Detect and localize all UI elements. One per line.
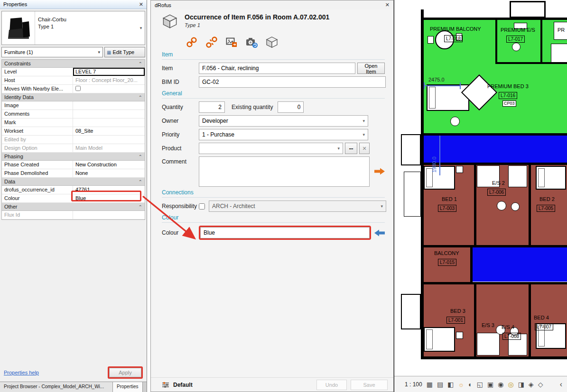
responsibility-label: Responsibility [162,203,199,210]
drofus-titlebar[interactable]: dRofus ✕ [151,0,393,9]
shadows-icon[interactable]: ◐ [468,381,472,388]
room-tag[interactable]: L7-015 [438,259,456,266]
visual-style-icon[interactable]: ◧ [447,381,454,388]
scale-button[interactable]: 1 : 100 [405,381,422,388]
type-selector[interactable]: Chair-Corbu Type 1 ▾ [1,11,145,45]
prop-value-mark[interactable] [73,119,145,127]
worksharing-icon[interactable]: ▦ [427,381,433,388]
item-input[interactable] [199,63,355,74]
prop-value-phase-created[interactable]: New Construction [73,161,145,169]
displacement-icon[interactable]: ◇ [538,381,543,388]
unlink-button[interactable] [205,36,218,48]
room-tag[interactable]: L7-016 [499,92,517,99]
chevron-down-icon[interactable]: ▾ [137,11,145,45]
priority-select[interactable]: 1 - Purchase ▾ [199,129,368,140]
reveal-hidden-icon[interactable]: ◎ [508,381,513,388]
room-name[interactable]: PREMIUM BALCONY [430,26,481,32]
group-header-constraints[interactable]: Constraints ⌃ [2,60,145,68]
save-button[interactable]: Save [351,380,388,390]
link-button[interactable] [186,36,198,48]
room-name[interactable]: BED 3 [450,308,465,314]
close-icon[interactable]: ✕ [385,2,390,8]
temporary-view-properties-icon[interactable]: ◨ [518,381,524,388]
element-filter-select[interactable]: Furniture (1) ▾ [1,47,103,57]
room-badge[interactable]: CP03 [502,100,516,107]
chevron-down-icon: ▾ [363,119,365,123]
room-name[interactable]: E/S 2 [492,180,505,186]
prop-value-workset[interactable]: 08_Site [73,127,145,135]
owner-select[interactable]: Developer ▾ [199,115,368,127]
properties-titlebar[interactable]: Properties ✕ [0,0,147,9]
edit-type-button[interactable]: ▦ Edit Type [104,47,145,57]
room-tag[interactable]: L7-018 [444,35,463,42]
corridor-fill[interactable] [424,136,567,163]
room-tag[interactable]: L7-005 [537,205,555,212]
room-name[interactable]: E/S 4 [502,324,514,330]
room-tag[interactable]: L7-007 [535,323,553,330]
collapse-icon[interactable]: ⌃ [139,154,142,159]
prop-value-level[interactable]: LEVEL 7 [73,68,145,76]
room-name[interactable]: BED 4 [534,315,549,320]
existing-quantity-input[interactable] [278,101,304,113]
product-clear-button[interactable]: ✕ [359,143,370,154]
room-tag[interactable]: L7-001 [446,317,465,324]
void-fill-blue[interactable] [473,247,567,282]
room-name[interactable]: BED 2 [539,196,555,202]
room-name[interactable]: PREMIUM BED 3 [487,83,529,89]
camera-sync-button[interactable] [245,36,258,48]
dimension-vertical[interactable]: 1980.0 [431,138,437,173]
chair-symbol [428,36,434,44]
collapse-icon[interactable]: ⌃ [139,61,142,66]
colour-input[interactable] [200,227,370,238]
quantity-input[interactable] [199,101,225,113]
prop-value-phase-demolished[interactable]: None [73,169,145,177]
responsibility-checkbox[interactable] [199,203,205,210]
detail-level-icon[interactable]: ▤ [437,381,443,388]
collapse-arrow-icon[interactable]: ‹ [560,380,562,389]
undo-button[interactable]: Undo [316,380,347,390]
group-header-phasing[interactable]: Phasing ⌃ [2,153,145,161]
dimension-horizontal[interactable]: 2475.0 [428,77,445,82]
room-name[interactable]: BALCONY [434,250,459,256]
collapse-icon[interactable]: ⌃ [139,204,142,210]
image-button[interactable] [225,36,238,48]
product-browse-button[interactable]: ••• [345,143,357,154]
group-header-other[interactable]: Other ⌃ [2,203,145,211]
tab-project-browser[interactable]: Project Browser - Complex_Model_ARCH_Wi.… [0,382,113,392]
comment-textarea[interactable] [199,156,370,187]
show-crop-icon[interactable]: ▣ [487,381,493,388]
collapse-icon[interactable]: ⌃ [139,95,142,100]
push-to-model-arrow-icon[interactable] [374,156,385,175]
analytical-model-icon[interactable]: ◈ [529,381,534,388]
room-name[interactable]: BED 1 [442,196,457,202]
properties-help-link[interactable]: Properties help [4,370,39,375]
bim-id-input[interactable] [199,76,386,88]
collapse-icon[interactable]: ⌃ [139,179,142,184]
prop-value-image[interactable] [73,101,145,109]
responsibility-select[interactable]: ARCH - Architect ▾ [209,201,386,212]
sun-path-icon[interactable]: ☼ [458,381,464,388]
prop-value-drofus-occurrence-id[interactable]: 47761 [73,186,145,194]
close-icon[interactable]: ✕ [139,1,143,8]
tab-properties[interactable]: Properties [113,382,143,392]
open-item-button[interactable]: Open Item [357,63,385,74]
room-name[interactable]: PR [558,27,565,33]
temporary-hide-icon[interactable]: ◉ [498,381,503,388]
room-tag[interactable]: L7-003 [438,205,456,212]
moves-with-checkbox[interactable] [75,86,81,91]
package-button[interactable] [266,36,278,48]
drawing-area[interactable]: 2475.0 1980.0 PREMIUM BALCONY L7-018 PRE… [394,0,567,392]
room-tag[interactable]: L7-006 [487,189,506,196]
room-name[interactable]: PREMIUM E/S [501,27,535,33]
pull-from-model-arrow-icon[interactable] [374,229,385,237]
room-tag[interactable]: L7-008 [502,333,521,340]
group-header-identity-data[interactable]: Identity Data ⌃ [2,93,145,101]
apply-button[interactable]: Apply [109,368,141,377]
prop-value-colour[interactable]: Blue [73,194,145,202]
product-select[interactable]: ▾ [199,143,343,154]
group-header-data[interactable]: Data ⌃ [2,178,145,186]
prop-value-comments[interactable] [73,110,145,118]
room-tag[interactable]: L7-017 [506,36,525,43]
crop-view-icon[interactable]: ◱ [477,381,483,388]
room-name[interactable]: E/S 3 [482,322,494,328]
